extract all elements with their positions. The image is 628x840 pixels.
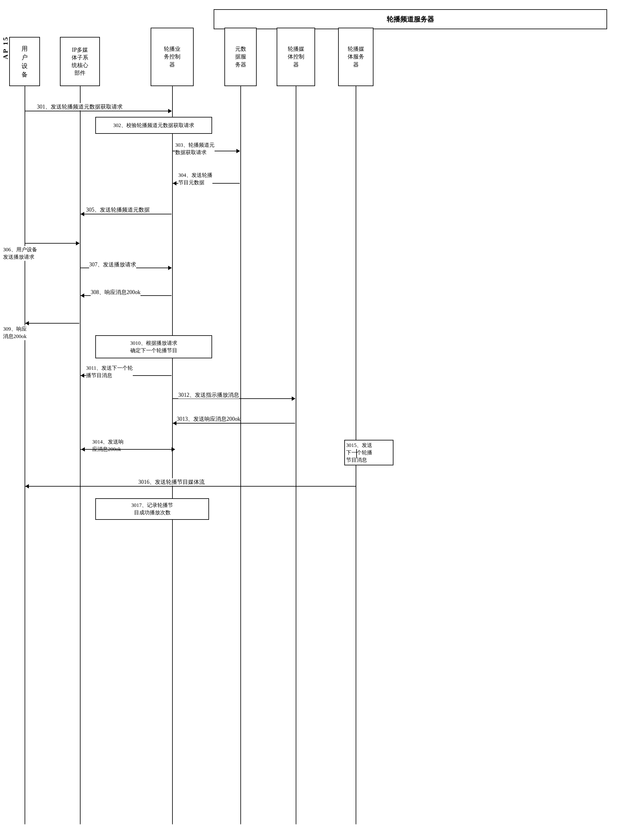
label-303: 303、轮播频道元数据获取请求: [175, 142, 214, 156]
arrowhead-3014b: [81, 447, 85, 452]
label-3015: 3015、发送下一个轮播节目消息: [344, 440, 393, 465]
arrow-306: [25, 243, 79, 243]
arrow-3016: [25, 486, 356, 486]
box-3010: 3010、根据播放请求确定下一个轮播节目: [95, 335, 212, 358]
arrowhead-3011: [80, 373, 84, 378]
lifeline-mc: [296, 86, 296, 824]
label-3011: 3011、发送下一个轮播节目消息: [86, 365, 133, 379]
label-305: 305、发送轮播频道元数据: [86, 206, 150, 213]
lifeline-user: [25, 86, 25, 824]
entity-mc: 轮播媒体控制器: [277, 28, 315, 86]
arrowhead-308: [80, 294, 84, 298]
arrow-301: [25, 111, 172, 111]
label-306: 306、用户设备发送播放请求: [3, 246, 37, 261]
label-308: 308、响应消息200ok: [91, 289, 140, 296]
label-3014: 3014、发送响应消息200ok: [92, 438, 124, 453]
arrow-3014b: [81, 449, 172, 450]
arrow-305: [80, 214, 172, 215]
label-301: 301、发送轮播频道元数据获取请求: [37, 103, 123, 111]
lifeline-ims: [80, 86, 80, 824]
label-307: 307、发送播放请求: [89, 261, 136, 268]
lifeline-meta: [240, 86, 241, 824]
server-group-label: 轮播频道服务器: [387, 15, 434, 24]
entity-bc: 轮播业务控制器: [151, 28, 194, 86]
label-304: 304、发送轮播节目元数据: [178, 172, 212, 186]
arrowhead-3016: [25, 484, 29, 488]
arrow-3013: [173, 423, 295, 423]
arrowhead-309: [25, 321, 29, 325]
label-309: 309、响应消息200ok: [3, 325, 27, 340]
label-3012: 3012、发送指示播放消息: [178, 391, 239, 399]
arrowhead-3014: [172, 447, 175, 452]
lifeline-bc: [172, 86, 173, 824]
arrowhead-3013: [173, 421, 176, 425]
label-3013: 3013、发送响应消息200ok: [177, 415, 240, 423]
ap-label: AP 15: [2, 36, 9, 59]
label-3016: 3016、发送轮播节目媒体流: [139, 478, 205, 486]
entity-ms: 轮播媒体服务器: [338, 28, 373, 86]
box-302: 302、校验轮播频道元数据获取请求: [95, 117, 212, 134]
server-group-box: 轮播频道服务器: [214, 9, 607, 29]
entity-user: 用户设备: [9, 37, 40, 86]
entity-ims: IP多媒体子系统核心部件: [60, 37, 100, 86]
arrow-309: [25, 323, 79, 324]
entity-meta: 元数据服务器: [224, 28, 257, 86]
arrowhead-305: [80, 212, 84, 216]
ms-tick: [356, 449, 357, 458]
arrowhead-304: [173, 181, 176, 185]
diagram-container: 轮播频道服务器 用户设备 IP多媒体子系统核心部件 轮播业务控制器 元数据服务器…: [0, 0, 628, 840]
box-3017: 3017、记录轮播节目成功播放次数: [95, 498, 209, 520]
